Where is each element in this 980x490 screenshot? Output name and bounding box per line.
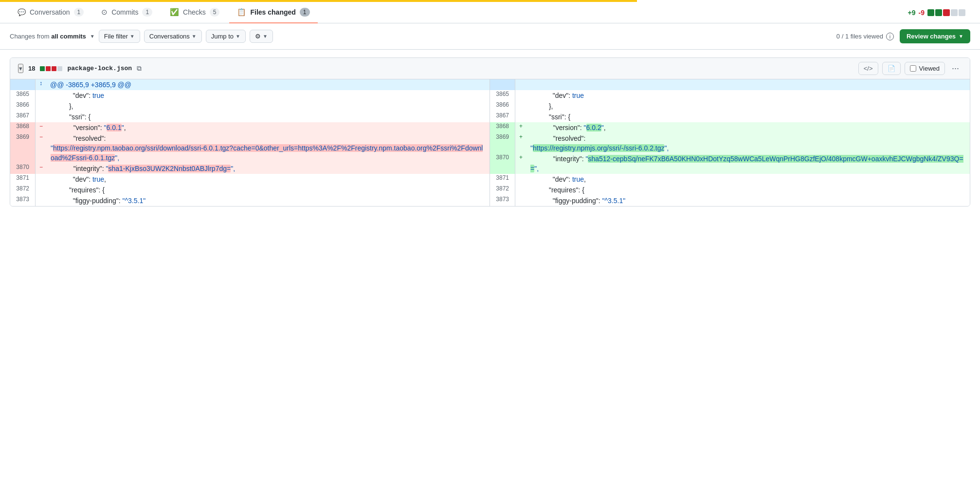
file-filter-dropdown[interactable]: File filter ▼: [99, 30, 140, 43]
toolbar: Changes from all commits ▼ File filter ▼…: [0, 23, 980, 50]
chevron-down-icon: ▼: [90, 34, 95, 39]
line-num-left-3870: 3870: [10, 163, 36, 174]
marker-right-3872: [515, 185, 526, 195]
diff-row-right-3868: 3868 + "version": "6.0.2",: [490, 122, 970, 133]
jump-to-dropdown[interactable]: Jump to ▼: [206, 30, 246, 43]
viewed-checkbox[interactable]: [910, 65, 916, 72]
content-left-3870: "integrity": "sha1-KjxBso3UW2K2Nnbst0ABJ…: [47, 163, 490, 174]
diff-plus: +9: [908, 9, 916, 17]
sq2: [935, 9, 942, 16]
diff-row-left-3870: 3870 − "integrity": "sha1-KjxBso3UW2K2Nn…: [10, 163, 490, 174]
conversations-chevron-icon: ▼: [192, 34, 197, 39]
review-changes-button[interactable]: Review changes ▼: [900, 29, 970, 43]
marker-right-3866: [515, 101, 526, 112]
marker-left-3866: [36, 101, 46, 112]
marker-right-3867: [515, 112, 526, 122]
conversations-label: Conversations: [149, 33, 190, 40]
marker-left-3869: −: [36, 133, 47, 163]
more-options-button[interactable]: ···: [949, 62, 962, 75]
viewed-checkbox-label[interactable]: Viewed: [905, 62, 945, 75]
diff-row-left-3872: 3872 "requires": {: [10, 185, 490, 195]
tab-files-changed[interactable]: 📋 Files changed 1: [229, 2, 317, 23]
jump-to-label: Jump to: [211, 33, 234, 40]
line-num-right-3869: 3869: [490, 133, 515, 153]
hunk-header-content-left: @@ -3865,9 +3865,9 @@: [46, 79, 490, 90]
sq1: [927, 9, 934, 16]
content-left-3866: },: [46, 101, 490, 112]
diff-row-right-3871: 3871 "dev": true,: [490, 174, 970, 185]
change-sq-1: [40, 66, 45, 71]
marker-left-3870: −: [36, 163, 47, 174]
marker-right-3868: +: [515, 122, 526, 133]
tab-commits-badge: 1: [142, 8, 152, 17]
settings-gear-icon: ⚙: [255, 33, 261, 40]
conversations-dropdown[interactable]: Conversations ▼: [144, 30, 202, 43]
line-num-left-3866: 3866: [10, 101, 36, 112]
hunk-header-content-right: [526, 79, 970, 90]
collapse-button[interactable]: ▾: [18, 64, 23, 73]
content-right-3866: },: [526, 101, 970, 112]
diff-file-header: ▾ 18 package-lock.json ⧉ </> 📄 Viewed ··…: [10, 58, 970, 79]
content-left-3868: "version": "6.0.1",: [47, 122, 490, 133]
tab-checks-label: Checks: [183, 8, 206, 16]
diff-row-right-3869: 3869 + "resolved":"https://registry.npmj…: [490, 133, 970, 153]
conversation-icon: 💬: [18, 8, 26, 16]
settings-dropdown[interactable]: ⚙ ▼: [250, 30, 273, 43]
tab-conversation-badge: 1: [74, 8, 84, 17]
toolbar-left: Changes from all commits ▼ File filter ▼…: [10, 30, 831, 43]
line-num-right-3868: 3868: [490, 122, 515, 133]
tabs-bar: 💬 Conversation 1 ⊙ Commits 1 ✅ Checks 5 …: [0, 2, 980, 23]
marker-left-3873: [36, 195, 46, 206]
tab-conversation-label: Conversation: [30, 8, 70, 16]
line-num-right-3867: 3867: [490, 112, 515, 122]
files-viewed: 0 / 1 files viewed i: [836, 33, 894, 40]
changes-from-dropdown[interactable]: ▼: [90, 34, 95, 39]
line-num-left-3869: 3869: [10, 133, 36, 163]
hunk-expand-icon-right[interactable]: [515, 79, 526, 90]
tab-commits-label: Commits: [111, 8, 138, 16]
diff-row-left-3868: 3868 − "version": "6.0.1",: [10, 122, 490, 133]
line-num-left-3872: 3872: [10, 185, 36, 195]
diff-row-right-3865: 3865 "dev": true: [490, 90, 970, 101]
files-changed-icon: 📋: [237, 8, 246, 17]
diff-row-left-3865: 3865 "dev": true: [10, 90, 490, 101]
content-left-3865: "dev": true: [46, 90, 490, 101]
content-left-3872: "requires": {: [46, 185, 490, 195]
line-num-left-3867: 3867: [10, 112, 36, 122]
diff-left-side: ↕ @@ -3865,9 +3865,9 @@ 3865 "dev": true…: [10, 79, 490, 206]
info-icon[interactable]: i: [886, 33, 894, 40]
marker-left-3872: [36, 185, 46, 195]
tab-conversation[interactable]: 💬 Conversation 1: [10, 2, 91, 23]
diff-row-right-3866: 3866 },: [490, 101, 970, 112]
tab-checks-badge: 5: [210, 8, 220, 17]
code-view-button[interactable]: </>: [858, 62, 878, 75]
file-filter-label: File filter: [104, 33, 128, 40]
line-num-right-3873: 3873: [490, 195, 515, 206]
diff-row-left-3869: 3869 − "resolved":"https://registry.npm.…: [10, 133, 490, 163]
content-left-3867: "ssri": {: [46, 112, 490, 122]
tab-commits[interactable]: ⊙ Commits 1: [93, 2, 160, 23]
hunk-expand-icon[interactable]: ↕: [36, 79, 46, 90]
hunk-header-left: ↕ @@ -3865,9 +3865,9 @@: [10, 79, 490, 90]
checks-icon: ✅: [170, 8, 179, 17]
marker-right-3865: [515, 90, 526, 101]
diff-container: ▾ 18 package-lock.json ⧉ </> 📄 Viewed ··…: [10, 57, 970, 207]
marker-left-3871: [36, 174, 46, 185]
tab-files-changed-label: Files changed: [250, 8, 295, 16]
marker-left-3868: −: [36, 122, 47, 133]
line-num-left-3873: 3873: [10, 195, 36, 206]
file-filter-chevron-icon: ▼: [130, 34, 135, 39]
content-right-3865: "dev": true: [526, 90, 970, 101]
diff-right-side: 3865 "dev": true 3866 }, 3867 "ssri": {: [490, 79, 970, 206]
change-sq-3: [52, 66, 56, 71]
diff-filename: package-lock.json: [67, 65, 132, 72]
diff-row-right-3872: 3872 "requires": {: [490, 185, 970, 195]
tab-checks[interactable]: ✅ Checks 5: [162, 2, 227, 23]
copy-filename-button[interactable]: ⧉: [137, 64, 142, 73]
hunk-line-num-left: [10, 79, 36, 90]
content-left-3869: "resolved":"https://registry.npm.taobao.…: [47, 133, 490, 163]
diff-row-right-3867: 3867 "ssri": {: [490, 112, 970, 122]
settings-chevron-icon: ▼: [263, 34, 268, 39]
code-view-icon: </>: [864, 65, 873, 72]
raw-view-button[interactable]: 📄: [882, 62, 901, 75]
